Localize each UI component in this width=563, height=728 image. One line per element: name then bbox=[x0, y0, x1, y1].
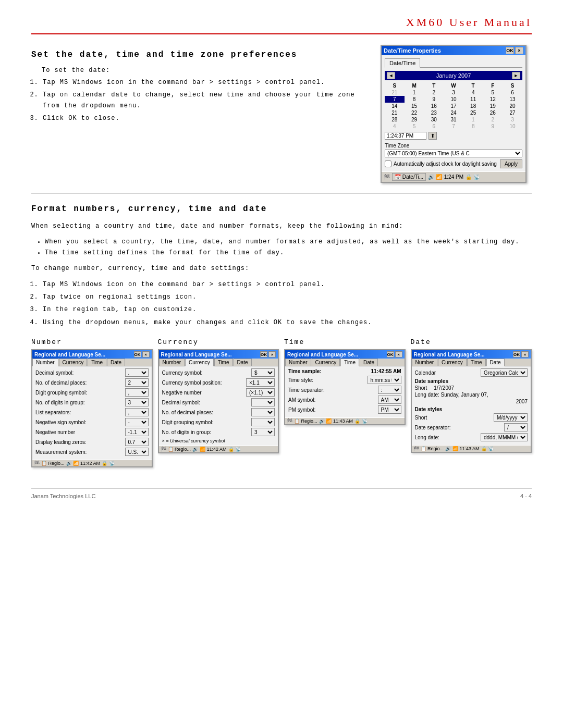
currency-close-btn[interactable]: × bbox=[268, 351, 276, 357]
datetime-tab[interactable]: Date/Time bbox=[385, 58, 420, 68]
measurement-select[interactable]: U.S. bbox=[125, 448, 149, 456]
date-ok-btn[interactable]: OK bbox=[513, 351, 520, 357]
time-sep-select[interactable]: : bbox=[378, 386, 401, 394]
tab-number-number[interactable]: Number bbox=[32, 359, 58, 366]
cal-day[interactable]: 5 bbox=[405, 123, 424, 130]
cal-day[interactable]: 21 bbox=[385, 89, 405, 96]
digit-group-sym-select[interactable]: , bbox=[125, 388, 149, 397]
tab-currency-time[interactable]: Time bbox=[214, 359, 233, 366]
cal-day[interactable]: 19 bbox=[483, 103, 503, 109]
currency-dig-grp-select[interactable]: 3 bbox=[251, 428, 275, 436]
tab-number-time[interactable]: Time bbox=[88, 359, 106, 366]
pm-symbol-select[interactable]: PM bbox=[378, 405, 401, 414]
am-symbol-select[interactable]: AM bbox=[378, 396, 401, 404]
decimal-places-select[interactable]: 2 bbox=[125, 378, 149, 387]
cal-day[interactable]: 23 bbox=[424, 109, 444, 116]
list-sep-select[interactable]: , bbox=[125, 408, 149, 416]
short-style-select[interactable]: M/d/yyyy bbox=[494, 413, 528, 422]
number-ok-btn[interactable]: OK bbox=[134, 351, 141, 357]
tab-number-date[interactable]: Date bbox=[107, 359, 125, 366]
cal-day[interactable]: 8 bbox=[463, 123, 483, 130]
cal-day[interactable]: 1 bbox=[405, 89, 424, 96]
cal-day-selected[interactable]: 7 bbox=[385, 96, 405, 103]
start-icon-date[interactable]: 🏁 bbox=[413, 446, 419, 451]
tab-date-number[interactable]: Number bbox=[412, 359, 438, 366]
tab-date-currency[interactable]: Currency bbox=[438, 359, 467, 366]
tab-time-number[interactable]: Number bbox=[285, 359, 311, 366]
cal-day[interactable]: 6 bbox=[503, 89, 522, 96]
next-month-button[interactable]: ► bbox=[512, 72, 520, 79]
cal-day[interactable]: 13 bbox=[503, 96, 522, 103]
taskbar-regio-time[interactable]: 📋 Regio... bbox=[294, 418, 317, 424]
date-sep-select[interactable]: / bbox=[504, 423, 528, 431]
cal-day[interactable]: 18 bbox=[463, 103, 483, 109]
decimal-symbol-select[interactable]: . bbox=[125, 368, 149, 377]
cal-day[interactable]: 4 bbox=[463, 89, 483, 96]
date-close-btn[interactable]: × bbox=[521, 351, 529, 357]
cal-day[interactable]: 9 bbox=[424, 96, 444, 103]
time-ok-btn[interactable]: OK bbox=[387, 351, 394, 357]
cal-day[interactable]: 8 bbox=[405, 96, 424, 103]
cal-day[interactable]: 7 bbox=[444, 123, 463, 130]
number-close-btn[interactable]: × bbox=[142, 351, 150, 357]
apply-button[interactable]: Apply bbox=[500, 159, 522, 168]
currency-dec-sym-select[interactable] bbox=[251, 398, 275, 406]
cal-day[interactable]: 24 bbox=[444, 109, 463, 116]
taskbar-regio-date[interactable]: 📋 Regio... bbox=[421, 446, 444, 451]
tab-currency-number[interactable]: Number bbox=[159, 359, 185, 366]
neg-sign-select[interactable]: - bbox=[125, 418, 149, 426]
time-close-btn[interactable]: × bbox=[395, 351, 402, 357]
cal-day[interactable]: 9 bbox=[483, 123, 503, 130]
currency-dec-places-select[interactable] bbox=[251, 408, 275, 416]
cal-day[interactable]: 4 bbox=[385, 123, 405, 130]
start-icon-num[interactable]: 🏁 bbox=[34, 461, 40, 466]
cal-day[interactable]: 1 bbox=[463, 116, 483, 123]
start-icon-cur[interactable]: 🏁 bbox=[161, 447, 166, 452]
time-style-select[interactable]: h:mm:ss tt bbox=[368, 376, 401, 384]
cal-day[interactable]: 25 bbox=[463, 109, 483, 116]
cal-day[interactable]: 31 bbox=[444, 116, 463, 123]
cal-day[interactable]: 27 bbox=[503, 109, 522, 116]
neg-num-select[interactable]: -1.1 bbox=[125, 428, 149, 436]
tab-currency-currency[interactable]: Currency bbox=[185, 359, 214, 366]
currency-ok-btn[interactable]: OK bbox=[260, 351, 267, 357]
time-input[interactable] bbox=[385, 132, 426, 140]
cal-day[interactable]: 3 bbox=[503, 116, 522, 123]
cal-day[interactable]: 11 bbox=[463, 96, 483, 103]
cal-day[interactable]: 6 bbox=[424, 123, 444, 130]
currency-neg-select[interactable]: (×1.1) bbox=[246, 388, 275, 397]
tab-time-currency[interactable]: Currency bbox=[312, 359, 340, 366]
cal-day[interactable]: 10 bbox=[444, 96, 463, 103]
cal-day[interactable]: 5 bbox=[483, 89, 503, 96]
timezone-select[interactable]: (GMT-05:00) Eastern Time (US & C bbox=[385, 150, 522, 157]
currency-pos-select[interactable]: ×1.1 bbox=[246, 378, 275, 387]
prev-month-button[interactable]: ◄ bbox=[387, 72, 395, 79]
cal-day[interactable]: 16 bbox=[424, 103, 444, 109]
tab-date-date[interactable]: Date bbox=[486, 359, 505, 366]
leading-zeros-select[interactable]: 0.7 bbox=[125, 438, 149, 446]
cal-day[interactable]: 2 bbox=[483, 116, 503, 123]
cal-day[interactable]: 15 bbox=[405, 103, 424, 109]
cal-day[interactable]: 29 bbox=[405, 116, 424, 123]
time-spin-button[interactable]: ⬆ bbox=[429, 132, 437, 140]
start-icon-time[interactable]: 🏁 bbox=[287, 418, 292, 424]
long-date-style-select[interactable]: dddd, MMMM dd, yyyy bbox=[481, 433, 528, 441]
taskbar-regio-num[interactable]: 📋 Regio... bbox=[41, 461, 65, 466]
tab-date-time[interactable]: Time bbox=[467, 359, 486, 366]
cal-day[interactable]: 14 bbox=[385, 103, 405, 109]
cal-day[interactable]: 3 bbox=[444, 89, 463, 96]
cal-day[interactable]: 22 bbox=[405, 109, 424, 116]
tab-time-time[interactable]: Time bbox=[340, 359, 359, 366]
tab-currency-date[interactable]: Date bbox=[234, 359, 252, 366]
start-icon[interactable]: 🏁 bbox=[384, 174, 390, 180]
cal-day[interactable]: 30 bbox=[424, 116, 444, 123]
taskbar-regio-cur[interactable]: 📋 Regio... bbox=[168, 447, 191, 452]
cal-day[interactable]: 10 bbox=[503, 123, 522, 130]
currency-symbol-select[interactable]: $ bbox=[251, 368, 275, 377]
taskbar-datetime[interactable]: 📅 Date/Ti... bbox=[392, 173, 426, 181]
currency-dig-grp-sym-select[interactable] bbox=[251, 418, 275, 426]
cal-day[interactable]: 12 bbox=[483, 96, 503, 103]
cal-day[interactable]: 26 bbox=[483, 109, 503, 116]
cal-day[interactable]: 28 bbox=[385, 116, 405, 123]
calendar-select[interactable]: Gregorian Calendar bbox=[481, 368, 528, 377]
